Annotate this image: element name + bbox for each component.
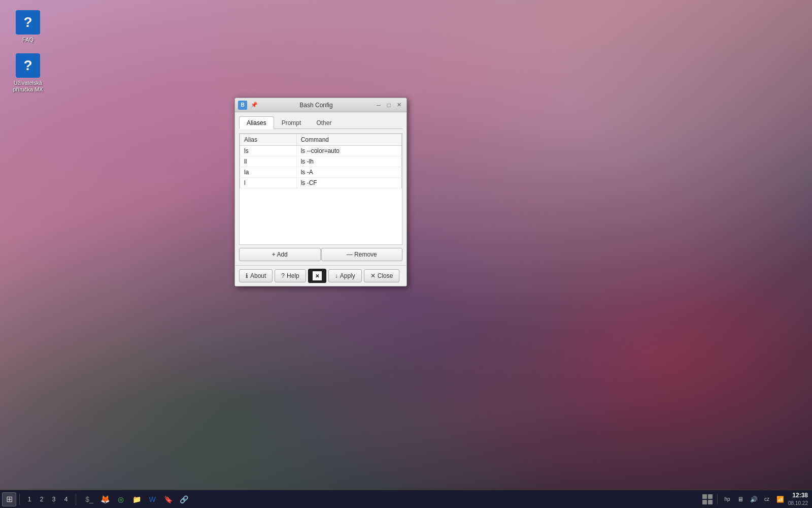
alias-table-container[interactable]: Alias Command lsls --color=autollls -lhl… bbox=[239, 133, 402, 245]
keyboard-tray-icon[interactable]: cz bbox=[762, 494, 772, 504]
apply-button[interactable]: ↓ Apply bbox=[328, 269, 362, 282]
tab-other[interactable]: Other bbox=[309, 116, 339, 129]
workspace-4-button[interactable]: 4 bbox=[60, 494, 72, 505]
add-button[interactable]: + Add bbox=[239, 248, 321, 261]
desktop-icon-faq[interactable]: ? FAQ bbox=[8, 10, 48, 43]
taskbar-app-firefox[interactable]: 🦊 bbox=[98, 492, 112, 506]
sound-tray-icon[interactable]: 🔊 bbox=[749, 494, 759, 504]
alias-cell: ls bbox=[240, 146, 297, 156]
hp-label: hp bbox=[725, 496, 730, 502]
desktop-icons: ? FAQ ? Uživatelská příručka MX bbox=[8, 10, 48, 93]
taskbar-app-chrome[interactable]: ◎ bbox=[114, 492, 128, 506]
window-footer: ℹ About ? Help ✕ ↓ Apply ✕ Close bbox=[235, 265, 407, 286]
faq-label: FAQ bbox=[22, 37, 33, 43]
taskbar-clock[interactable]: 12:38 08.10.22 bbox=[788, 492, 808, 506]
alias-cell: ll bbox=[240, 156, 297, 167]
window-close-button[interactable]: ✕ bbox=[394, 101, 403, 110]
taskbar-app-terminal[interactable]: $_ bbox=[82, 492, 96, 506]
workspace-2-button[interactable]: 2 bbox=[36, 494, 47, 505]
taskbar-app-extra1[interactable]: 🔖 bbox=[161, 492, 175, 506]
close-icon: ✕ bbox=[370, 272, 376, 279]
keyboard-lang-label: cz bbox=[764, 496, 769, 502]
table-buttons: + Add — Remove bbox=[239, 248, 402, 261]
tab-bar: Aliases Prompt Other bbox=[239, 116, 402, 129]
col-header-command: Command bbox=[296, 134, 401, 146]
grid-icon bbox=[702, 494, 713, 504]
command-cell: ls --color=auto bbox=[296, 146, 401, 156]
user-manual-label: Uživatelská příručka MX bbox=[8, 80, 48, 93]
table-row[interactable]: lsls --color=auto bbox=[240, 146, 402, 156]
user-manual-icon: ? bbox=[16, 53, 40, 78]
files-icon: 📁 bbox=[132, 495, 141, 503]
table-row[interactable]: lls -CF bbox=[240, 178, 402, 188]
desktop-icon-user-manual[interactable]: ? Uživatelská příručka MX bbox=[8, 53, 48, 93]
alias-cell: l bbox=[240, 178, 297, 188]
taskbar-right: hp 🖥 🔊 cz 📶 12:38 08.10.22 bbox=[702, 492, 812, 506]
xfce-icon-button[interactable]: ✕ bbox=[308, 269, 326, 283]
about-label: About bbox=[250, 272, 266, 279]
alias-table: Alias Command lsls --color=autollls -lhl… bbox=[240, 134, 402, 188]
col-header-alias: Alias bbox=[240, 134, 297, 146]
about-icon: ℹ bbox=[246, 272, 248, 279]
bash-config-window: B 📌 Bash Config ─ □ ✕ Aliases Prompt Oth… bbox=[234, 98, 407, 287]
window-minimize-button[interactable]: ─ bbox=[374, 101, 383, 110]
grid-view-icon[interactable] bbox=[702, 494, 713, 504]
taskbar: ⊞ 1 2 3 4 $_ 🦊 ◎ 📁 W � bbox=[0, 490, 812, 508]
window-app-icon: B bbox=[238, 101, 247, 110]
apply-icon: ↓ bbox=[335, 272, 338, 279]
workspace-switcher: 1 2 3 4 bbox=[19, 494, 76, 505]
tray-separator bbox=[717, 494, 718, 504]
tab-aliases[interactable]: Aliases bbox=[239, 116, 274, 129]
extra1-icon: 🔖 bbox=[164, 495, 173, 503]
network-icon: 📶 bbox=[776, 496, 784, 503]
taskbar-app-extra2[interactable]: 🔗 bbox=[177, 492, 191, 506]
workspace-1-button[interactable]: 1 bbox=[24, 494, 35, 505]
screen-tray-icon[interactable]: 🖥 bbox=[735, 494, 746, 504]
table-row[interactable]: lals -A bbox=[240, 167, 402, 178]
command-cell: ls -A bbox=[296, 167, 401, 178]
writer-icon: W bbox=[149, 495, 155, 503]
titlebar-controls: ─ □ ✕ bbox=[374, 101, 403, 110]
window-content: Aliases Prompt Other Alias Command lsls … bbox=[235, 112, 407, 265]
apply-label: Apply bbox=[340, 272, 355, 279]
firefox-icon: 🦊 bbox=[100, 495, 110, 504]
command-cell: ls -CF bbox=[296, 178, 401, 188]
close-label: Close bbox=[378, 272, 393, 279]
taskbar-app-writer[interactable]: W bbox=[145, 492, 159, 506]
taskbar-app-files[interactable]: 📁 bbox=[129, 492, 144, 506]
extra2-icon: 🔗 bbox=[180, 495, 188, 503]
faq-icon: ? bbox=[16, 10, 40, 35]
about-button[interactable]: ℹ About bbox=[239, 269, 273, 282]
close-button[interactable]: ✕ Close bbox=[364, 269, 400, 282]
remove-button[interactable]: — Remove bbox=[321, 248, 403, 261]
taskbar-apps: $_ 🦊 ◎ 📁 W 🔖 🔗 bbox=[79, 492, 194, 506]
workspace-3-button[interactable]: 3 bbox=[48, 494, 59, 505]
command-cell: ls -lh bbox=[296, 156, 401, 167]
window-titlebar: B 📌 Bash Config ─ □ ✕ bbox=[235, 98, 407, 112]
help-label: Help bbox=[287, 272, 299, 279]
chrome-icon: ◎ bbox=[118, 495, 124, 503]
hp-tray-icon[interactable]: hp bbox=[722, 494, 732, 504]
clock-date: 08.10.22 bbox=[788, 500, 808, 506]
window-maximize-button[interactable]: □ bbox=[384, 101, 393, 110]
titlebar-pin-icon[interactable]: 📌 bbox=[250, 101, 258, 109]
clock-time: 12:38 bbox=[792, 492, 808, 500]
tab-prompt[interactable]: Prompt bbox=[274, 116, 309, 129]
terminal-icon: $_ bbox=[85, 495, 93, 503]
window-title: Bash Config bbox=[261, 102, 371, 109]
help-button[interactable]: ? Help bbox=[275, 269, 306, 282]
sound-icon: 🔊 bbox=[750, 496, 758, 503]
screen-icon: 🖥 bbox=[737, 496, 743, 503]
help-icon: ? bbox=[281, 272, 285, 279]
table-row[interactable]: llls -lh bbox=[240, 156, 402, 167]
network-tray-icon[interactable]: 📶 bbox=[775, 494, 785, 504]
taskbar-left: ⊞ 1 2 3 4 $_ 🦊 ◎ 📁 W � bbox=[0, 492, 194, 506]
alias-cell: la bbox=[240, 167, 297, 178]
applications-menu-button[interactable]: ⊞ bbox=[2, 492, 16, 506]
xfce-logo-icon: ✕ bbox=[313, 271, 322, 280]
